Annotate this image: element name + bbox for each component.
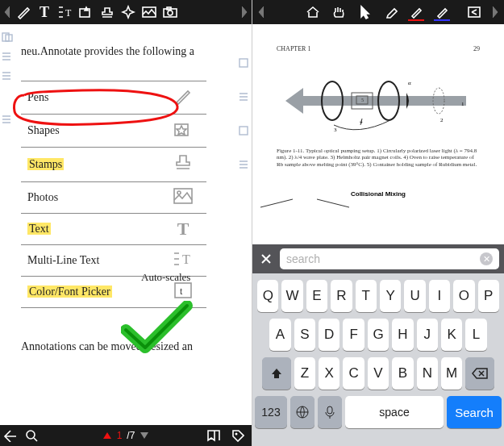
search-input[interactable]: search ✕ — [280, 248, 499, 269]
eraser-icon[interactable] — [380, 2, 401, 23]
pencil-tool-icon[interactable] — [406, 2, 427, 23]
table-row: Photos — [21, 182, 206, 214]
svg-rect-12 — [175, 283, 191, 298]
shape-icon[interactable] — [76, 2, 97, 23]
key-u[interactable]: U — [404, 280, 425, 312]
chapter-label: CHAPTER 1 — [277, 45, 310, 52]
key-v[interactable]: V — [368, 357, 389, 390]
svg-point-10 — [177, 191, 181, 194]
key-backspace[interactable] — [465, 357, 494, 390]
key-w[interactable]: W — [281, 280, 302, 312]
autoscales-label: Auto-scales — [141, 271, 190, 284]
key-m[interactable]: M — [441, 357, 462, 390]
stamp-icon — [173, 164, 193, 176]
key-z[interactable]: Z — [294, 357, 315, 390]
star-box-icon — [173, 129, 194, 141]
svg-rect-15 — [240, 127, 248, 135]
pencil-icon — [173, 96, 193, 108]
footnote-text: Annotations can be moved, resized an — [21, 340, 237, 353]
key-t[interactable]: T — [356, 280, 377, 312]
search-icon[interactable] — [21, 425, 42, 446]
key-c[interactable]: C — [343, 357, 364, 390]
page-current: 1 — [117, 430, 123, 441]
back-nav-icon[interactable] — [256, 2, 267, 23]
physics-figure: 5 α 4 3 2 1 — [285, 60, 471, 141]
back-icon[interactable] — [0, 425, 21, 446]
key-n[interactable]: N — [417, 357, 438, 390]
intro-text: neu.Annotate provides the following a — [21, 45, 237, 58]
page-number: 29 — [473, 45, 480, 52]
stamp-icon[interactable] — [97, 2, 118, 23]
key-o[interactable]: O — [453, 280, 474, 312]
page-up-icon[interactable] — [102, 431, 112, 440]
key-q[interactable]: Q — [257, 280, 278, 312]
search-bar: search ✕ — [252, 244, 504, 273]
key-a[interactable]: A — [269, 319, 290, 351]
svg-point-4 — [168, 10, 173, 15]
svg-text:1: 1 — [461, 101, 464, 107]
key-y[interactable]: Y — [380, 280, 401, 312]
key-globe[interactable] — [290, 396, 314, 428]
highlighter-tool-icon[interactable] — [431, 2, 452, 23]
multiline-t-icon: T — [173, 258, 194, 270]
key-d[interactable]: D — [319, 319, 339, 351]
key-i[interactable]: I — [429, 280, 450, 312]
svg-text:3: 3 — [334, 127, 337, 133]
right-margin-strip — [237, 24, 252, 425]
keyboard-row-2: A S D F G H J K L — [255, 319, 502, 351]
table-row: Pens — [21, 81, 206, 115]
figure-caption: Figure 1-11. Typical optical pumping set… — [252, 144, 504, 171]
back-nav-icon[interactable] — [2, 2, 13, 23]
svg-marker-19 — [285, 88, 466, 114]
share-icon[interactable] — [464, 2, 485, 23]
svg-text:T: T — [65, 7, 72, 19]
text-icon[interactable]: T — [34, 2, 55, 23]
key-j[interactable]: J — [417, 319, 438, 351]
cursor-icon[interactable] — [354, 2, 375, 23]
key-space[interactable]: space — [345, 396, 444, 428]
key-mic[interactable] — [318, 396, 342, 428]
key-k[interactable]: K — [441, 319, 462, 351]
tag-icon[interactable] — [227, 425, 248, 446]
text-t-icon: T — [177, 219, 190, 239]
pen-icon[interactable] — [13, 2, 34, 23]
key-b[interactable]: B — [392, 357, 413, 390]
right-document: CHAPTER 1 29 5 α 4 3 2 1 Figure 1-11 — [252, 24, 504, 244]
key-h[interactable]: H — [392, 319, 413, 351]
key-x[interactable]: X — [319, 357, 339, 390]
keyboard: Q W E R T Y U I O P A S D F G H J K L — [252, 273, 504, 446]
svg-rect-14 — [240, 59, 248, 67]
pointer-icon[interactable] — [118, 2, 139, 23]
key-f[interactable]: F — [343, 319, 364, 351]
key-p[interactable]: P — [478, 280, 499, 312]
photo-icon[interactable] — [139, 2, 160, 23]
key-s[interactable]: S — [294, 319, 315, 351]
forward-nav-icon[interactable] — [489, 2, 501, 23]
svg-point-16 — [27, 431, 35, 439]
svg-rect-18 — [469, 7, 480, 17]
key-shift[interactable] — [262, 357, 291, 390]
camera-icon[interactable] — [160, 2, 181, 23]
table-row: TextT — [21, 214, 206, 245]
table-row: Stamps — [21, 148, 206, 182]
key-numbers[interactable]: 123 — [255, 396, 287, 428]
key-g[interactable]: G — [368, 319, 389, 351]
svg-rect-32 — [327, 406, 332, 414]
pan-hand-icon[interactable] — [328, 2, 349, 23]
page-down-icon[interactable] — [140, 431, 149, 440]
key-l[interactable]: L — [465, 319, 486, 351]
bookmarks-icon[interactable] — [203, 425, 224, 446]
search-value: search — [286, 252, 320, 265]
forward-nav-icon[interactable] — [239, 2, 250, 23]
keyboard-row-3: Z X C V B N M — [255, 357, 502, 390]
key-search[interactable]: Search — [447, 396, 502, 428]
clear-icon[interactable]: ✕ — [480, 252, 493, 265]
close-icon[interactable] — [257, 250, 275, 268]
home-icon[interactable] — [302, 2, 323, 23]
multiline-text-icon[interactable]: T — [55, 2, 76, 23]
key-r[interactable]: R — [331, 280, 352, 312]
svg-text:5: 5 — [361, 98, 364, 102]
key-e[interactable]: E — [306, 280, 327, 312]
image-icon — [173, 195, 194, 207]
svg-text:α: α — [408, 80, 411, 86]
